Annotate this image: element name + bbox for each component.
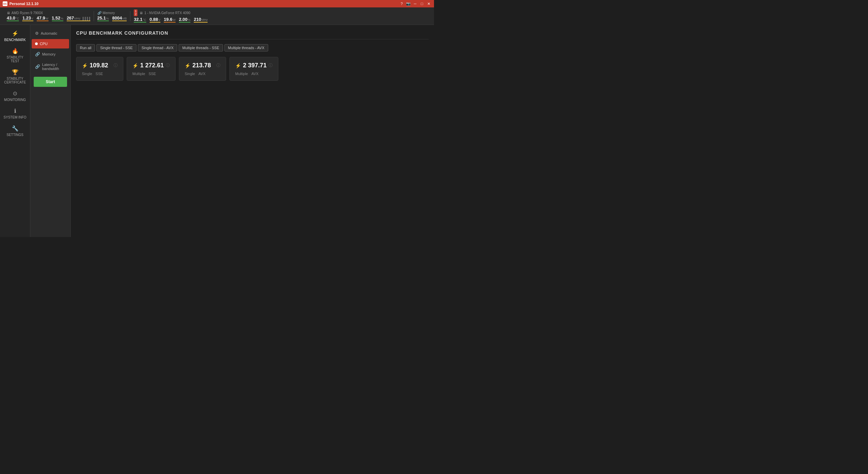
benchmark-icon: ⚡ — [12, 30, 19, 37]
info-icon-0[interactable]: ⓘ — [114, 63, 118, 68]
sidebar-label-benchmark: BENCHMARK — [4, 38, 26, 42]
sidebar-label-stability-cert: STABILITY CERTIFICATE — [3, 77, 28, 84]
sidebar-label-stability-test: STABILITY TEST — [3, 56, 28, 63]
score-value-2: 213.78 — [192, 62, 211, 69]
cpu-temp: 43.0 °C — [7, 15, 19, 21]
sub-item-latency[interactable]: 🔗 Latency / bandwidth — [32, 60, 69, 73]
maximize-button[interactable]: □ — [419, 1, 425, 6]
titlebar-controls: ? 📷 ─ □ ✕ — [399, 1, 431, 6]
titlebar: OC Personal 12.1.10 ? 📷 ─ □ ✕ — [0, 0, 434, 7]
sidebar-label-system-info: SYSTEM INFO — [4, 115, 27, 119]
start-button[interactable]: Start — [34, 77, 67, 87]
btn-single-sse[interactable]: Single thread - SSE — [96, 44, 136, 52]
gpu-title: 1 2 🖥 1 - NVIDIA GeForce RTX 4090 — [134, 9, 255, 16]
titlebar-left: OC Personal 12.1.10 — [3, 1, 38, 6]
gpu-badge: 1 2 — [134, 9, 137, 16]
score-cards: ⚡ 109.82 ⓘ Single SSE ⚡ 1 272.61 ⓘ Multi… — [76, 57, 429, 81]
close-button[interactable]: ✕ — [426, 1, 431, 6]
help-button[interactable]: ? — [399, 1, 404, 6]
btn-run-all[interactable]: Run all — [76, 44, 95, 52]
app-title: Personal 12.1.10 — [9, 2, 38, 6]
info-icon-3[interactable]: ⓘ — [269, 63, 273, 68]
cpu-section: 🖥 AMD Ryzen 9 7900X 43.0 °C 1.23 V 47.9 … — [3, 11, 94, 21]
benchmark-buttons: Run all Single thread - SSE Single threa… — [76, 44, 429, 52]
sidebar-label-monitoring: MONITORING — [4, 98, 26, 102]
gpu-voltage: 0.88 V — [150, 17, 160, 23]
score-card-top-1: ⚡ 1 272.61 ⓘ — [132, 62, 170, 69]
sub-sidebar: ⚙ Automatic CPU 🔗 Memory 🔗 Latency / ban… — [30, 25, 71, 237]
monitoring-icon: ⊙ — [13, 90, 17, 97]
info-icon-2[interactable]: ⓘ — [216, 63, 220, 68]
memory-section: 🔗 Memory 25.1 % 8004 MB — [94, 11, 131, 21]
sub-item-label-latency: Latency / bandwidth — [42, 63, 66, 71]
sidebar: ⚡ BENCHMARK 🔥 STABILITY TEST 🏆 STABILITY… — [0, 25, 30, 237]
info-icon-1[interactable]: ⓘ — [166, 63, 170, 68]
score-card-top-0: ⚡ 109.82 ⓘ — [82, 62, 118, 69]
btn-multi-avx[interactable]: Multiple threads - AVX — [224, 44, 268, 52]
memory-title: 🔗 Memory — [97, 11, 127, 15]
score-label1-3: Multiple — [235, 72, 248, 76]
gpu-temp: 32.1 °C — [134, 17, 146, 23]
score-value-0: 109.82 — [90, 62, 108, 69]
hardware-bar: 🖥 AMD Ryzen 9 7900X 43.0 °C 1.23 V 47.9 … — [0, 7, 434, 25]
app-logo: OC — [3, 1, 7, 6]
stability-test-icon: 🔥 — [12, 48, 19, 54]
score-icon-1: ⚡ — [132, 63, 138, 68]
gpu-freq: 210 MHz — [194, 17, 208, 23]
sidebar-item-system-info[interactable]: ℹ SYSTEM INFO — [1, 105, 29, 122]
gpu-load: 2.00 % — [179, 17, 190, 23]
btn-single-avx[interactable]: Single thread - AVX — [138, 44, 177, 52]
score-labels-2: Single AVX — [185, 72, 220, 76]
score-value-1: 1 272.61 — [140, 62, 164, 69]
score-card-top-3: ⚡ 2 397.71 ⓘ — [235, 62, 273, 69]
sub-item-cpu[interactable]: CPU — [32, 39, 69, 48]
score-card-multi-avx: ⚡ 2 397.71 ⓘ Multiple AVX — [229, 57, 278, 81]
memory-mb: 8004 MB — [112, 15, 127, 21]
memory-icon: 🔗 — [97, 11, 101, 15]
latency-icon: 🔗 — [35, 64, 40, 69]
sub-item-memory[interactable]: 🔗 Memory — [32, 49, 69, 59]
cpu-voltage: 1.23 V — [22, 15, 33, 21]
cpu-freq-bars: ▐▐▐▐ — [82, 17, 90, 20]
cpu-title: 🖥 AMD Ryzen 9 7900X — [7, 11, 90, 15]
content-title: CPU BENCHMARK CONFIGURATION — [76, 30, 429, 39]
content-area: CPU BENCHMARK CONFIGURATION Run all Sing… — [71, 25, 434, 237]
gpu-power: 19.6 W — [164, 17, 176, 23]
system-info-icon: ℹ — [14, 108, 16, 114]
sub-item-automatic[interactable]: ⚙ Automatic — [32, 28, 69, 38]
memory-percent: 25.1 % — [97, 15, 109, 21]
score-card-top-2: ⚡ 213.78 ⓘ — [185, 62, 220, 69]
sidebar-item-monitoring[interactable]: ⊙ MONITORING — [1, 88, 29, 104]
sub-item-label-automatic: Automatic — [41, 31, 57, 35]
cpu-icon: 🖥 — [7, 11, 10, 15]
btn-multi-sse[interactable]: Multiple threads - SSE — [179, 44, 223, 52]
score-label1-0: Single — [82, 72, 92, 76]
score-label1-1: Multiple — [132, 72, 145, 76]
stability-cert-icon: 🏆 — [12, 69, 19, 75]
gpu-metrics: 32.1 °C 0.88 V 19.6 W 2.00 % 210 MHz — [134, 17, 255, 23]
score-label2-1: SSE — [149, 72, 156, 76]
score-labels-3: Multiple AVX — [235, 72, 273, 76]
cpu-power: 47.9 W — [37, 15, 49, 21]
sidebar-item-settings[interactable]: 🔧 SETTINGS — [1, 123, 29, 139]
score-icon-3: ⚡ — [235, 63, 241, 68]
screenshot-button[interactable]: 📷 — [406, 1, 411, 6]
main-layout: ⚡ BENCHMARK 🔥 STABILITY TEST 🏆 STABILITY… — [0, 25, 434, 237]
memory-sub-icon: 🔗 — [35, 52, 40, 57]
score-icon-0: ⚡ — [82, 63, 88, 68]
sub-item-label-memory: Memory — [42, 52, 56, 56]
cpu-freq: 267 MHz ▐▐▐▐ — [67, 15, 90, 21]
score-value-3: 2 397.71 — [243, 62, 267, 69]
score-labels-0: Single SSE — [82, 72, 118, 76]
sidebar-item-stability-cert[interactable]: 🏆 STABILITY CERTIFICATE — [1, 66, 29, 87]
score-labels-1: Multiple SSE — [132, 72, 170, 76]
minimize-button[interactable]: ─ — [412, 1, 418, 6]
sidebar-item-benchmark[interactable]: ⚡ BENCHMARK — [1, 28, 29, 44]
score-card-single-sse: ⚡ 109.82 ⓘ Single SSE — [76, 57, 123, 81]
score-label2-3: AVX — [251, 72, 258, 76]
sidebar-item-stability-test[interactable]: 🔥 STABILITY TEST — [1, 45, 29, 66]
settings-icon: 🔧 — [12, 125, 19, 132]
gpu-section: 1 2 🖥 1 - NVIDIA GeForce RTX 4090 32.1 °… — [130, 9, 258, 23]
cpu-load: 1.52 % — [52, 15, 63, 21]
score-label2-2: AVX — [198, 72, 206, 76]
